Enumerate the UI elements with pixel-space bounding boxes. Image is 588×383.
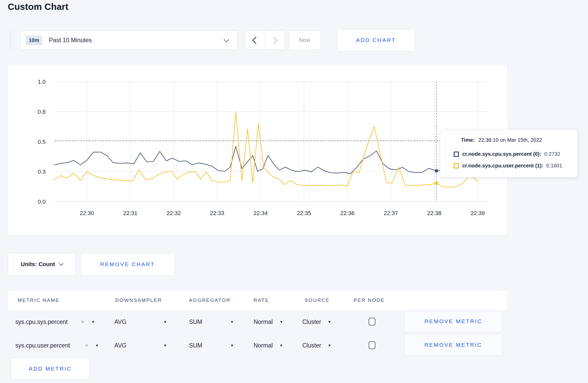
rate-caret-icon[interactable]: ▼ [279,320,283,324]
col-header-aggregator: AGGREGATOR [189,297,230,303]
source-caret-icon[interactable]: ▼ [328,343,331,347]
previous-interval-button[interactable] [245,31,265,49]
downsampler-select[interactable]: AVG [114,342,127,349]
clear-metric-icon[interactable]: × [85,342,88,349]
per-node-checkbox[interactable] [369,341,375,349]
clear-metric-icon[interactable]: × [81,318,85,325]
toolbar-divider [10,31,11,50]
col-header-per-node: PER NODE [354,297,385,303]
source-caret-icon[interactable]: ▼ [328,320,331,324]
next-interval-button[interactable] [265,31,285,49]
col-header-downsampler: DOWNSAMPLER [115,297,162,303]
chevron-down-icon [224,37,229,42]
sys-series-swatch-icon [454,152,459,157]
tooltip-series-value: 0.1601 [546,163,562,169]
remove-chart-button[interactable]: REMOVE CHART [80,253,175,276]
aggregator-caret-icon[interactable]: ▼ [230,320,234,324]
col-header-source: SOURCE [305,297,330,303]
tooltip-series-row: cr.node.sys.cpu.sys.percent (0): 0.2732 [454,151,560,157]
col-header-metric-name: METRIC NAME [18,297,60,303]
rate-select[interactable]: Normal [254,318,273,325]
user-series-swatch-icon [454,163,459,168]
rate-caret-icon[interactable]: ▼ [279,343,283,347]
remove-metric-button[interactable]: REMOVE METRIC [404,334,502,356]
custom-chart-page: { "page": { "title": "Custom Chart" }, "… [0,0,588,383]
tooltip-series-label: cr.node.sys.cpu.user.percent (1): [462,163,543,169]
remove-metric-button[interactable]: REMOVE METRIC [404,310,502,332]
time-range-badge: 10m [26,36,42,45]
metric-name-caret-icon[interactable]: ▼ [95,343,99,347]
tooltip-series-value: 0.2732 [544,151,560,157]
tooltip-time-label: Time: [461,137,475,143]
tooltip-series-label: cr.node.sys.cpu.sys.percent (0): [462,151,541,157]
metric-name-value[interactable]: sys.cpu.sys.percent [15,318,68,325]
downsampler-select[interactable]: AVG [114,318,127,325]
page-title: Custom Chart [8,2,68,12]
time-range-dropdown[interactable]: 10m Past 10 Minutes [20,31,237,50]
source-select[interactable]: Cluster [302,342,321,349]
metric-name-caret-icon[interactable]: ▼ [91,320,95,324]
units-dropdown[interactable]: Units: Count [8,253,76,276]
aggregator-select[interactable]: SUM [189,342,202,349]
downsampler-caret-icon[interactable]: ▼ [163,343,167,347]
col-header-rate: RATE [254,297,269,303]
aggregator-caret-icon[interactable]: ▼ [230,343,234,347]
metric-name-value[interactable]: sys.cpu.user.percent [15,342,70,349]
chart-card [8,64,508,235]
per-node-checkbox[interactable] [369,318,375,325]
time-range-label: Past 10 Minutes [49,37,92,44]
add-chart-button[interactable]: ADD CHART [337,29,415,51]
time-step-buttons [245,31,285,50]
source-select[interactable]: Cluster [302,318,321,325]
downsampler-caret-icon[interactable]: ▼ [163,320,167,324]
chevron-down-icon [59,261,63,266]
tooltip-time-row: Time:22:38:10 on Mar 15th, 2022 [461,137,542,143]
add-metric-button[interactable]: ADD METRIC [11,358,90,379]
now-button[interactable]: Now [289,31,321,50]
aggregator-select[interactable]: SUM [189,318,202,325]
chevron-left-icon [252,37,259,44]
units-label: Units: Count [21,261,55,268]
chevron-right-icon [271,37,278,44]
rate-select[interactable]: Normal [254,342,273,349]
chart-hover-tooltip: Time:22:38:10 on Mar 15th, 2022 cr.node.… [440,130,578,178]
tooltip-series-row: cr.node.sys.cpu.user.percent (1): 0.1601 [454,163,562,169]
tooltip-time-value: 22:38:10 on Mar 15th, 2022 [478,137,542,143]
